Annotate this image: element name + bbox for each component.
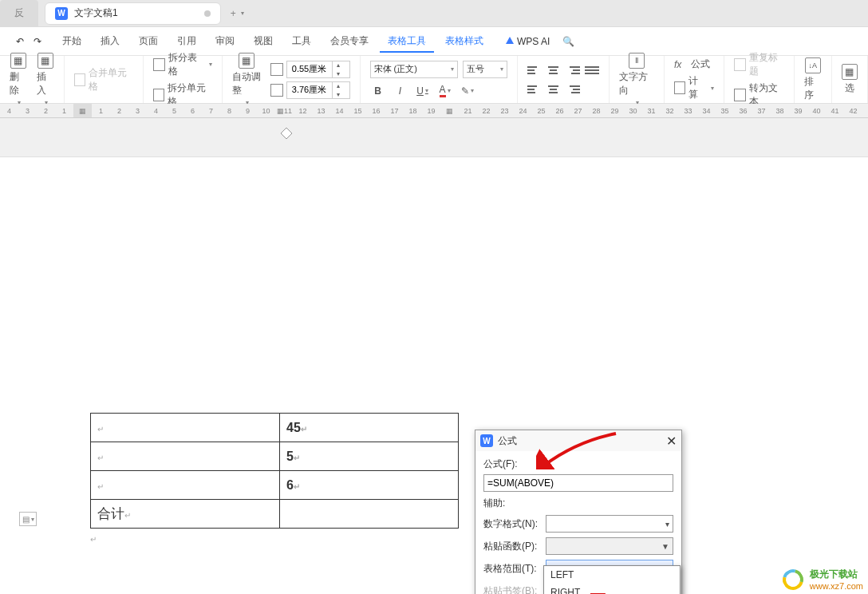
assist-label: 辅助: — [483, 497, 673, 510]
watermark-logo-icon — [783, 569, 807, 590]
highlight-button[interactable]: ✎▾ — [460, 83, 475, 99]
menu-insert[interactable]: 插入 — [93, 30, 128, 53]
align-top-left[interactable] — [527, 63, 542, 77]
indent-marker[interactable] — [281, 128, 292, 141]
watermark-url: www.xz7.com — [810, 581, 863, 591]
calc-button[interactable]: 计算▾ — [674, 73, 714, 103]
table-range-label: 表格范围(T): — [483, 562, 542, 576]
title-bar: 反 W 文字文稿1 +▾ — [0, 0, 868, 27]
col-width-input[interactable]: ▴▾ — [286, 81, 350, 99]
col-width-icon — [270, 84, 283, 97]
wps-ai-icon — [506, 37, 514, 44]
underline-button[interactable]: U▾ — [415, 83, 431, 99]
document-table[interactable]: ↵ 45↵ ↵ 5↵ ↵ 6↵ 合计↵ ↵ — [90, 413, 459, 544]
paste-func-select[interactable]: ▼ — [546, 537, 673, 555]
wps-ai-button[interactable]: WPS AI — [506, 36, 550, 47]
menu-start[interactable]: 开始 — [54, 30, 89, 53]
align-top-right[interactable] — [566, 63, 580, 77]
menu-table-style[interactable]: 表格样式 — [437, 30, 491, 53]
row-height-icon — [270, 63, 283, 76]
repeat-header-button: 重复标题 — [734, 50, 784, 80]
align-top-center[interactable] — [546, 63, 561, 77]
table-row: 合计↵ — [91, 500, 459, 529]
paste-bookmark-label: 粘贴书签(B): — [483, 584, 542, 595]
close-tab-dot[interactable] — [204, 10, 211, 17]
table-row: ↵ 5↵ — [91, 442, 459, 471]
number-format-label: 数字格式(N): — [483, 517, 542, 531]
table-row: ↵ 6↵ — [91, 471, 459, 500]
dialog-title: 公式 — [498, 434, 517, 448]
doc-tab-label: 文字文稿1 — [74, 6, 118, 20]
split-table-button[interactable]: 拆分表格▾ — [153, 50, 212, 80]
word-icon: W — [480, 434, 493, 447]
bold-button[interactable]: B — [370, 83, 386, 99]
dropdown-item-left[interactable]: LEFT — [544, 566, 680, 584]
merge-cells-button: 合并单元格 — [74, 65, 133, 95]
word-icon: W — [55, 7, 68, 20]
insert-button[interactable]: ▦插入▾ — [37, 53, 54, 106]
arrow-annotation-1 — [536, 430, 624, 469]
font-size-select[interactable]: 五号▾ — [463, 61, 507, 78]
close-icon[interactable]: ✕ — [666, 434, 677, 449]
formula-button[interactable]: fx 公式 — [674, 56, 714, 73]
sort-button[interactable]: ↓A排序 — [804, 57, 822, 102]
font-color-button[interactable]: A▾ — [437, 83, 453, 99]
align-mid-right[interactable] — [566, 82, 580, 97]
svg-marker-0 — [281, 128, 292, 139]
menu-tools[interactable]: 工具 — [284, 30, 319, 53]
delete-button[interactable]: ▦删除▾ — [10, 53, 27, 106]
row-height-input[interactable]: ▴▾ — [286, 61, 350, 78]
auto-adjust-button[interactable]: ▦自动调整▾ — [232, 53, 261, 106]
menu-review[interactable]: 审阅 — [207, 30, 243, 53]
italic-button[interactable]: I — [393, 83, 408, 99]
font-name-select[interactable]: 宋体 (正文)▾ — [370, 61, 458, 78]
select-button[interactable]: ▦选 — [842, 64, 858, 95]
document-tab[interactable]: W 文字文稿1 — [45, 2, 221, 25]
align-mid-left[interactable] — [527, 82, 542, 97]
menu-view[interactable]: 视图 — [246, 30, 281, 53]
menu-member[interactable]: 会员专享 — [322, 30, 377, 53]
page-layout-handle[interactable]: ▤ ▾ — [19, 512, 37, 526]
document-area: ↵ 45↵ ↵ 5↵ ↵ 6↵ 合计↵ ↵ ▤ ▾ W 公式 ✕ — [0, 118, 868, 594]
text-direction-button[interactable]: Ⅱ文字方向▾ — [619, 53, 654, 106]
align-mid-center[interactable] — [546, 82, 561, 97]
horizontal-ruler: 4321 ▦ 12345 678910 ▦1112131415 16171819… — [0, 104, 868, 118]
ribbon: ▦删除▾ ▦插入▾ 合并单元格 拆分表格▾ 拆分单元格 ▦自动调整▾ ▴▾ ▴▾… — [0, 56, 868, 104]
number-format-select[interactable]: ▾ — [546, 515, 673, 533]
menu-table-tools[interactable]: 表格工具 — [380, 30, 434, 53]
watermark: 极光下载站 www.xz7.com — [783, 568, 863, 591]
undo-button[interactable]: ↶ — [16, 36, 24, 47]
formula-input[interactable] — [483, 474, 673, 492]
watermark-text: 极光下载站 — [810, 568, 863, 581]
table-range-dropdown: LEFT RIGHT ABOVE BELOW — [543, 565, 681, 594]
new-tab-button[interactable]: +▾ — [231, 8, 244, 19]
app-tab[interactable]: 反 — [0, 0, 38, 27]
search-icon[interactable]: 🔍 — [562, 36, 574, 47]
align-distributed[interactable] — [585, 63, 599, 77]
table-row: ↵ 45↵ — [91, 414, 459, 442]
paste-func-label: 粘贴函数(P): — [483, 540, 542, 553]
redo-button[interactable]: ↷ — [34, 36, 41, 47]
